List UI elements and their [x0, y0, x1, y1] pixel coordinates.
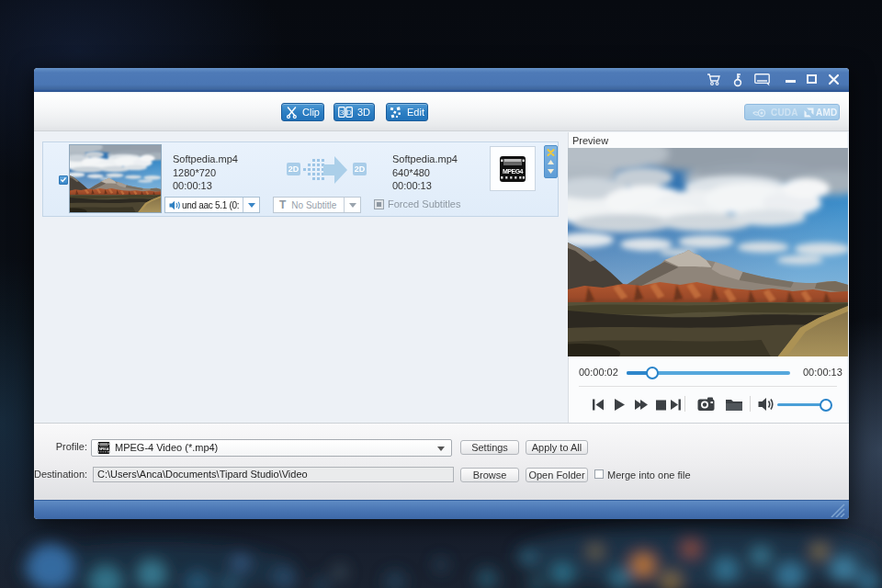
svg-text:D: D — [346, 108, 352, 117]
svg-text:3: 3 — [340, 108, 345, 117]
